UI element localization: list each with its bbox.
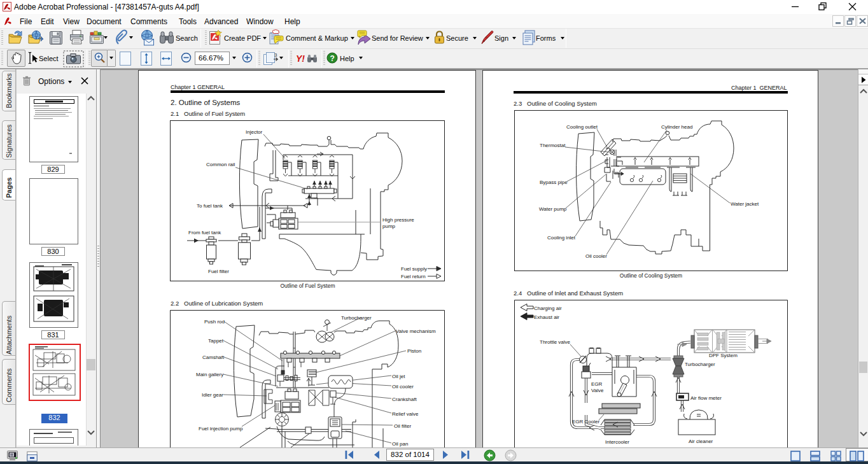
svg-text:Main gallery: Main gallery [196, 372, 223, 377]
svg-text:Oil jet: Oil jet [392, 374, 405, 379]
svg-text:Fuel injection pump: Fuel injection pump [199, 426, 243, 432]
svg-text:Injector: Injector [246, 129, 263, 135]
svg-text:Oil cooler: Oil cooler [392, 384, 414, 390]
svg-text:Cooling outlet: Cooling outlet [566, 124, 598, 130]
svg-text:Common rail: Common rail [206, 162, 235, 167]
svg-text:From fuel tank: From fuel tank [188, 230, 221, 236]
svg-text:Air flow meter: Air flow meter [690, 395, 722, 401]
svg-text:DPF System: DPF System [709, 353, 738, 358]
svg-text:EGR: EGR [591, 381, 603, 387]
svg-text:Turbocharger: Turbocharger [685, 362, 715, 367]
svg-text:EGR Cooler: EGR Cooler [572, 419, 599, 425]
svg-text:Throttle valve: Throttle valve [540, 339, 571, 345]
svg-text:Relief valve: Relief valve [392, 411, 419, 417]
svg-text:Water jacket: Water jacket [731, 201, 759, 207]
svg-text:Oil pan: Oil pan [392, 441, 408, 447]
svg-text:Exhaust air: Exhaust air [534, 314, 559, 320]
svg-text:Bypass pipe: Bypass pipe [540, 179, 568, 185]
svg-text:Fuel supply: Fuel supply [401, 266, 427, 272]
svg-text:Fuel filter: Fuel filter [208, 269, 229, 274]
svg-text:Crankshaft: Crankshaft [392, 397, 417, 402]
svg-text:Tappet: Tappet [208, 338, 224, 344]
svg-text:High pressure: High pressure [382, 217, 414, 223]
svg-text:Charging air: Charging air [534, 306, 562, 311]
svg-text:Valve: Valve [591, 388, 604, 393]
svg-text:To fuel tank: To fuel tank [197, 203, 223, 209]
svg-text:Water pump: Water pump [539, 206, 567, 212]
svg-text:Oil filter: Oil filter [394, 423, 411, 429]
svg-text:Cylinder head: Cylinder head [661, 124, 692, 130]
svg-text:Turbocharger: Turbocharger [341, 315, 372, 321]
svg-text:Air cleaner: Air cleaner [689, 439, 713, 444]
svg-text:Cooling inlet: Cooling inlet [547, 235, 576, 241]
svg-text:Camshaft: Camshaft [202, 355, 225, 360]
svg-text:Push rod: Push rod [204, 319, 225, 325]
svg-text:Piston: Piston [407, 348, 421, 354]
svg-text:Oil cooler: Oil cooler [585, 253, 607, 259]
svg-text:3: 3 [274, 52, 277, 58]
svg-text:Idler gear: Idler gear [202, 392, 223, 398]
svg-text:Valve mechanism: Valve mechanism [396, 328, 436, 334]
svg-text:Intercooler: Intercooler [605, 439, 629, 445]
svg-text:Fuel return: Fuel return [401, 274, 426, 279]
svg-text:?: ? [330, 54, 335, 63]
svg-text:pump: pump [382, 223, 396, 229]
svg-text:Thermostat: Thermostat [540, 143, 566, 148]
